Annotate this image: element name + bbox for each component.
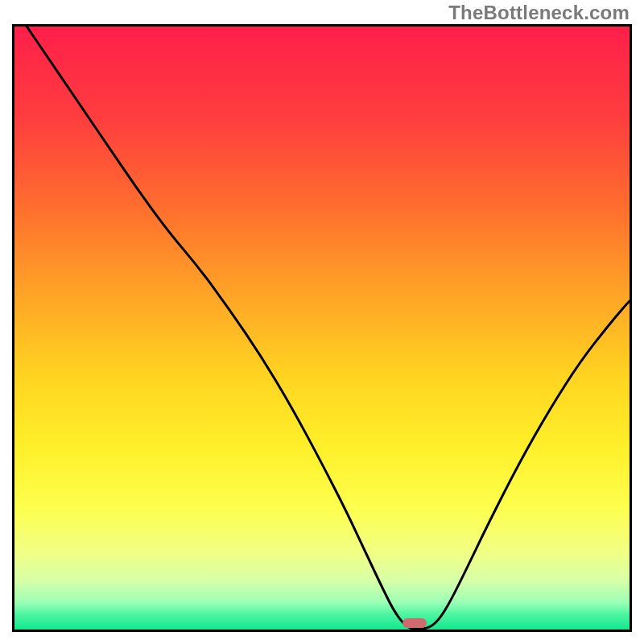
optimal-marker [402, 618, 427, 628]
chart-svg [14, 27, 630, 630]
gradient-rect [14, 27, 630, 630]
watermark-text: TheBottleneck.com [448, 2, 630, 24]
chart-frame [12, 24, 632, 632]
